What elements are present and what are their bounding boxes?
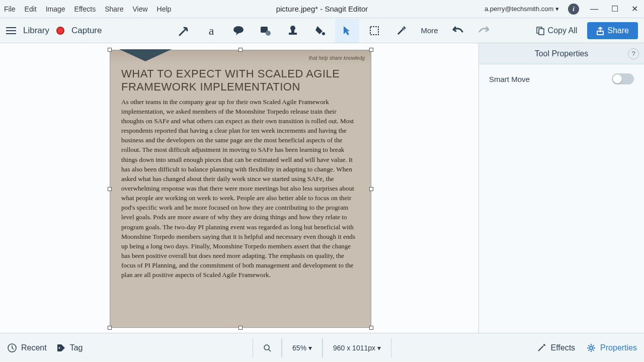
- zoom-search[interactable]: [253, 338, 282, 357]
- effects-label: Effects: [550, 343, 575, 352]
- tag-button[interactable]: Tag: [56, 343, 83, 353]
- move-tool[interactable]: [335, 19, 359, 43]
- menu-help[interactable]: Help: [157, 5, 172, 13]
- properties-button[interactable]: Properties: [586, 343, 637, 353]
- properties-header: Tool Properties ?: [479, 43, 644, 64]
- tag-icon: [56, 343, 66, 353]
- magic-wand-tool[interactable]: [389, 19, 414, 43]
- copy-icon: [536, 26, 545, 35]
- menu-items: File Edit Image Effects Share View Help: [4, 5, 171, 13]
- copy-all-label: Copy All: [548, 26, 578, 35]
- search-icon: [263, 344, 271, 352]
- svg-point-14: [264, 345, 269, 350]
- copy-all-button[interactable]: Copy All: [531, 23, 583, 38]
- toolbar-right: Copy All Share: [531, 22, 638, 39]
- svg-rect-6: [289, 33, 297, 35]
- document-subheader: that help share knowledg: [309, 55, 365, 61]
- arrow-tool[interactable]: [172, 19, 196, 43]
- more-tools[interactable]: More: [417, 26, 442, 35]
- svg-point-15: [590, 346, 593, 349]
- undo-button[interactable]: [445, 19, 469, 43]
- toolbar-left: Library Capture: [6, 26, 102, 36]
- svg-text:a: a: [209, 24, 214, 37]
- document-image[interactable]: that help share knowledg WHAT TO EXPECT …: [110, 50, 371, 328]
- record-icon[interactable]: [56, 27, 64, 35]
- properties-body: Smart Move: [479, 64, 644, 94]
- properties-label: Properties: [600, 343, 637, 352]
- shape-tool[interactable]: [254, 19, 278, 43]
- resize-handle-tl[interactable]: [108, 48, 112, 52]
- svg-point-13: [58, 347, 60, 348]
- statusbar-right: Effects Properties: [536, 343, 637, 353]
- redo-button[interactable]: [472, 19, 497, 43]
- document-header: that help share knowledg: [110, 50, 371, 64]
- svg-rect-10: [539, 29, 544, 35]
- resize-handle-bc[interactable]: [238, 326, 243, 330]
- smart-move-label: Smart Move: [489, 75, 530, 83]
- resize-handle-tc[interactable]: [238, 48, 243, 52]
- triangle-graphic: [119, 49, 172, 61]
- statusbar-left: Recent Tag: [7, 343, 83, 353]
- minimize-button[interactable]: —: [588, 5, 600, 14]
- close-button[interactable]: ✕: [629, 4, 640, 14]
- share-button[interactable]: Share: [587, 22, 638, 39]
- svg-rect-5: [291, 30, 294, 33]
- menu-image[interactable]: Image: [46, 5, 65, 13]
- share-label: Share: [607, 26, 629, 35]
- user-account[interactable]: a.perry@techsmith.com ▾: [485, 5, 559, 13]
- menu-edit[interactable]: Edit: [25, 5, 37, 13]
- menu-bar: File Edit Image Effects Share View Help …: [0, 0, 644, 18]
- canvas[interactable]: that help share knowledg WHAT TO EXPECT …: [0, 43, 479, 333]
- svg-point-1: [233, 26, 244, 33]
- recent-label: Recent: [21, 343, 47, 352]
- menu-file[interactable]: File: [4, 5, 16, 13]
- svg-point-4: [290, 26, 295, 31]
- resize-handle-br[interactable]: [369, 326, 373, 330]
- wand-icon: [536, 343, 546, 353]
- info-icon[interactable]: i: [568, 4, 579, 15]
- svg-point-7: [322, 32, 325, 35]
- status-bar: Recent Tag 65% ▾ 960 x 1011px ▾ Effects …: [0, 333, 644, 362]
- hamburger-icon[interactable]: [6, 27, 16, 34]
- dimensions-value: 960 x 1011px ▾: [333, 344, 381, 352]
- toolbar-tools: a More: [172, 19, 496, 43]
- recent-button[interactable]: Recent: [7, 343, 47, 353]
- menu-effects[interactable]: Effects: [74, 5, 96, 13]
- svg-point-3: [266, 31, 271, 36]
- help-icon[interactable]: ?: [628, 48, 639, 59]
- svg-rect-8: [370, 27, 378, 35]
- callout-tool[interactable]: [226, 19, 251, 43]
- resize-handle-tr[interactable]: [369, 48, 373, 52]
- fill-tool[interactable]: [308, 19, 332, 43]
- properties-panel: Tool Properties ? Smart Move: [479, 43, 644, 333]
- capture-button[interactable]: Capture: [71, 26, 102, 36]
- resize-handle-bl[interactable]: [108, 326, 112, 330]
- dimensions[interactable]: 960 x 1011px ▾: [323, 338, 391, 357]
- stamp-tool[interactable]: [281, 19, 305, 43]
- zoom-level[interactable]: 65% ▾: [282, 338, 323, 357]
- gear-icon: [586, 343, 596, 353]
- resize-handle-ml[interactable]: [108, 187, 112, 191]
- smart-move-row: Smart Move: [489, 73, 634, 84]
- menu-view[interactable]: View: [133, 5, 148, 13]
- statusbar-center: 65% ▾ 960 x 1011px ▾: [253, 338, 391, 357]
- tag-label: Tag: [70, 343, 83, 352]
- text-tool[interactable]: a: [199, 19, 223, 43]
- resize-handle-mr[interactable]: [369, 187, 373, 191]
- document-body: As other teams in the company gear up fo…: [110, 96, 371, 285]
- selection-tool[interactable]: [362, 19, 386, 43]
- main-area: that help share knowledg WHAT TO EXPECT …: [0, 43, 644, 333]
- smart-move-toggle[interactable]: [612, 73, 634, 84]
- document-title: WHAT TO EXPECT WITH SCALED AGILE FRAMEWO…: [110, 64, 371, 96]
- library-button[interactable]: Library: [23, 26, 49, 36]
- share-icon: [596, 26, 604, 35]
- zoom-value: 65% ▾: [292, 344, 312, 352]
- properties-title: Tool Properties: [535, 49, 589, 58]
- effects-button[interactable]: Effects: [536, 343, 575, 353]
- maximize-button[interactable]: ☐: [609, 4, 620, 14]
- clock-icon: [7, 343, 17, 353]
- window-title: picture.jpeg* - Snagit Editor: [276, 5, 368, 13]
- toolbar: Library Capture a More Copy All Share: [0, 18, 644, 43]
- window-controls: a.perry@techsmith.com ▾ i — ☐ ✕: [485, 4, 640, 15]
- menu-share[interactable]: Share: [105, 5, 123, 13]
